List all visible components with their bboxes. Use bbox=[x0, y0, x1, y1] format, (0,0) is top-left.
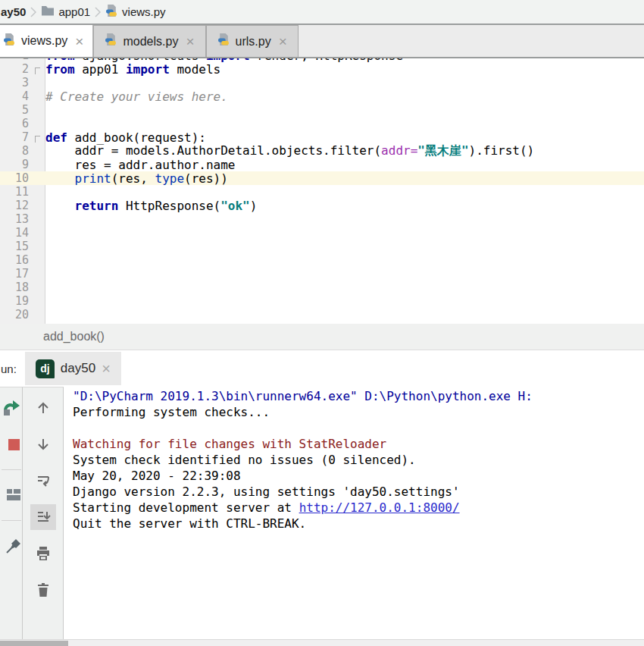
line-number: 20 bbox=[0, 308, 29, 321]
code-editor[interactable]: 1from django.shortcuts import render, Ht… bbox=[0, 58, 644, 324]
line-number: 18 bbox=[0, 281, 29, 294]
tab-label: models.py bbox=[123, 35, 178, 49]
scrollbar-thumb[interactable] bbox=[0, 641, 68, 646]
tab-models-py[interactable]: models.py× bbox=[93, 25, 205, 57]
code-line[interactable]: 2from app01 import models bbox=[0, 62, 644, 76]
console-text-segment: Starting development server at bbox=[73, 500, 299, 515]
line-number: 14 bbox=[0, 226, 29, 240]
code-token: # Create your views here. bbox=[45, 89, 228, 104]
console-text-segment: Watching for file changes with StatReloa… bbox=[73, 437, 386, 451]
code-token: app01 bbox=[75, 62, 126, 77]
code-line[interactable]: 11 bbox=[0, 185, 644, 199]
close-icon[interactable]: × bbox=[186, 34, 194, 49]
console-line: Quit the server with CTRL-BREAK. bbox=[73, 516, 644, 532]
server-url-link[interactable]: http://127.0.0.1:8000/ bbox=[299, 500, 460, 515]
pin-icon[interactable] bbox=[1, 533, 23, 559]
line-number: 8 bbox=[0, 144, 29, 158]
python-file-icon bbox=[105, 5, 118, 20]
code-line[interactable]: 20 bbox=[0, 308, 644, 321]
code-token: (res)) bbox=[184, 171, 228, 186]
breadcrumb: ay50 app01 views.py bbox=[0, 0, 644, 25]
line-number: 3 bbox=[0, 76, 29, 89]
run-tab-label: day50 bbox=[61, 361, 95, 376]
scroll-down-icon[interactable] bbox=[30, 431, 56, 457]
fold-marker-icon[interactable] bbox=[35, 136, 40, 143]
code-line[interactable]: 3 bbox=[0, 76, 644, 89]
python-file-icon bbox=[105, 33, 117, 49]
run-panel-header: un: dj day50 × bbox=[0, 350, 644, 387]
code-token: type bbox=[155, 171, 185, 186]
console-line: Starting development server at http://12… bbox=[73, 500, 644, 516]
run-tab-day50[interactable]: dj day50 × bbox=[25, 352, 121, 385]
line-number: 19 bbox=[0, 294, 29, 308]
python-file-icon bbox=[217, 33, 230, 49]
code-line[interactable]: 8 addr = models.AuthorDetail.objects.fil… bbox=[0, 144, 644, 158]
function-breadcrumb-label[interactable]: add_book() bbox=[43, 330, 105, 343]
line-number: 9 bbox=[0, 158, 29, 171]
code-line[interactable]: 10 print(res, type(res)) bbox=[0, 171, 644, 185]
code-line[interactable]: 16 bbox=[0, 253, 644, 267]
tab-urls-py[interactable]: urls.py× bbox=[206, 25, 299, 57]
breadcrumb-item-file[interactable]: views.py bbox=[105, 5, 166, 20]
code-line[interactable]: 17 bbox=[0, 267, 644, 281]
soft-wrap-icon[interactable] bbox=[30, 468, 56, 494]
folder-icon bbox=[41, 5, 55, 18]
django-icon: dj bbox=[36, 359, 55, 378]
code-line[interactable]: 14 bbox=[0, 226, 644, 240]
code-line[interactable]: 9 res = addr.author.name bbox=[0, 158, 644, 171]
console-text-segment: "D:\PyCharm 2019.1.3\bin\runnerw64.exe" … bbox=[73, 389, 533, 403]
breadcrumb-file-label: views.py bbox=[122, 5, 166, 18]
breadcrumb-package-label: app01 bbox=[58, 5, 90, 18]
console-line: Django version 2.2.3, using settings 'da… bbox=[73, 484, 644, 500]
chevron-right-icon bbox=[95, 7, 101, 17]
console-toolbar bbox=[23, 387, 64, 639]
python-file-icon bbox=[3, 33, 16, 49]
console-line: System check identified no issues (0 sil… bbox=[73, 452, 644, 468]
code-line[interactable]: 7def add_book(request): bbox=[0, 130, 644, 144]
code-line[interactable]: 15 bbox=[0, 240, 644, 253]
code-token: return bbox=[75, 199, 126, 213]
scroll-to-end-icon[interactable] bbox=[30, 504, 56, 530]
tab-label: urls.py bbox=[236, 35, 271, 49]
code-token bbox=[45, 199, 75, 213]
code-line[interactable]: 19 bbox=[0, 294, 644, 308]
close-icon[interactable]: × bbox=[75, 34, 83, 49]
stop-icon[interactable] bbox=[1, 431, 23, 457]
console-text-segment: Django version 2.2.3, using settings 'da… bbox=[73, 484, 460, 499]
code-line[interactable]: 13 bbox=[0, 212, 644, 226]
code-line[interactable]: 4# Create your views here. bbox=[0, 89, 644, 103]
code-token: addr = models.AuthorDetail.objects.filte… bbox=[45, 143, 381, 158]
close-icon[interactable]: × bbox=[102, 361, 111, 376]
code-line[interactable]: 18 bbox=[0, 281, 644, 294]
scroll-up-icon[interactable] bbox=[30, 395, 56, 421]
tab-label: views.py bbox=[21, 34, 67, 48]
line-number: 17 bbox=[0, 267, 29, 281]
fold-marker-icon[interactable] bbox=[35, 67, 40, 74]
line-number: 7 bbox=[0, 130, 29, 144]
code-line[interactable]: 12 return HttpResponse("ok") bbox=[0, 199, 644, 212]
breadcrumb-item-package[interactable]: app01 bbox=[41, 5, 90, 18]
restore-layout-icon[interactable] bbox=[1, 482, 23, 508]
close-icon[interactable]: × bbox=[279, 34, 287, 49]
code-token: from bbox=[45, 62, 75, 77]
console-line: "D:\PyCharm 2019.1.3\bin\runnerw64.exe" … bbox=[73, 388, 644, 404]
tab-views-py[interactable]: views.py× bbox=[0, 25, 93, 57]
toolbar-divider bbox=[2, 520, 21, 521]
code-token: "ok" bbox=[220, 199, 250, 213]
horizontal-scrollbar bbox=[0, 639, 644, 646]
print-icon[interactable] bbox=[30, 541, 56, 566]
line-number: 13 bbox=[0, 212, 29, 226]
clear-output-icon[interactable] bbox=[30, 577, 56, 603]
console-text-segment: Performing system checks... bbox=[73, 405, 270, 419]
line-number: 15 bbox=[0, 240, 29, 253]
rerun-icon[interactable] bbox=[1, 395, 23, 421]
line-number: 4 bbox=[0, 89, 29, 103]
chevron-right-icon bbox=[30, 7, 36, 17]
console-output[interactable]: "D:\PyCharm 2019.1.3\bin\runnerw64.exe" … bbox=[64, 387, 644, 639]
code-token: ).first() bbox=[469, 143, 535, 158]
breadcrumb-item-project[interactable]: ay50 bbox=[1, 5, 26, 18]
console-line: Performing system checks... bbox=[73, 404, 644, 420]
code-line[interactable]: 5 bbox=[0, 103, 644, 117]
console-line bbox=[73, 420, 644, 436]
code-line[interactable]: 6 bbox=[0, 117, 644, 130]
